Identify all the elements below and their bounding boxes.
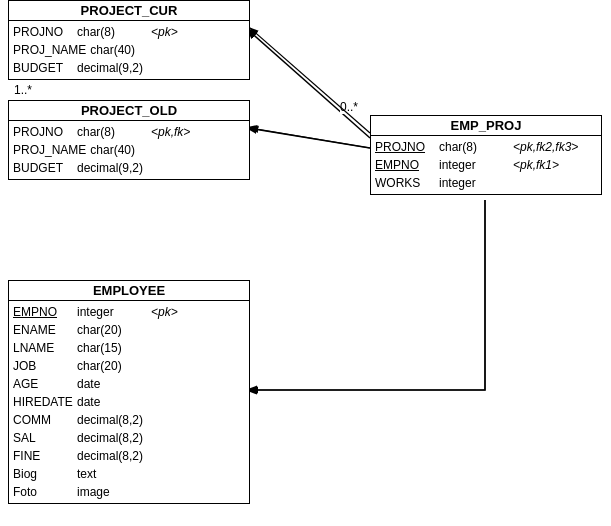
entity-project-old-title: PROJECT_OLD: [9, 101, 249, 121]
entity-emp-proj-body: PROJNO char(8) <pk,fk2,fk3> EMPNO intege…: [371, 136, 601, 194]
table-row: BUDGET decimal(9,2): [13, 159, 245, 177]
table-row: PROJNO char(8) <pk,fk>: [13, 123, 245, 141]
entity-project-cur-title: PROJECT_CUR: [9, 1, 249, 21]
table-row: SAL decimal(8,2): [13, 429, 245, 447]
entity-emp-proj-title: EMP_PROJ: [371, 116, 601, 136]
table-row: EMPNO integer <pk>: [13, 303, 245, 321]
entity-project-old: PROJECT_OLD PROJNO char(8) <pk,fk> PROJ_…: [8, 100, 250, 180]
table-row: PROJNO char(8) <pk>: [13, 23, 245, 41]
entity-emp-proj: EMP_PROJ PROJNO char(8) <pk,fk2,fk3> EMP…: [370, 115, 602, 195]
entity-project-cur-body: PROJNO char(8) <pk> PROJ_NAME char(40) B…: [9, 21, 249, 79]
entity-employee-body: EMPNO integer <pk> ENAME char(20) LNAME …: [9, 301, 249, 503]
table-row: WORKS integer: [375, 174, 597, 192]
label-one-to-many: 1..*: [14, 83, 32, 97]
table-row: Biog text: [13, 465, 245, 483]
label-zero-to-many: 0..*: [340, 100, 358, 114]
table-row: Foto image: [13, 483, 245, 501]
entity-project-cur: PROJECT_CUR PROJNO char(8) <pk> PROJ_NAM…: [8, 0, 250, 80]
table-row: EMPNO integer <pk,fk1>: [375, 156, 597, 174]
table-row: AGE date: [13, 375, 245, 393]
table-row: HIREDATE date: [13, 393, 245, 411]
table-row: LNAME char(15): [13, 339, 245, 357]
table-row: PROJ_NAME char(40): [13, 41, 245, 59]
table-row: FINE decimal(8,2): [13, 447, 245, 465]
svg-line-1: [248, 128, 370, 148]
svg-line-3: [250, 128, 370, 148]
table-row: JOB char(20): [13, 357, 245, 375]
svg-line-2: [250, 28, 370, 133]
table-row: ENAME char(20): [13, 321, 245, 339]
table-row: COMM decimal(8,2): [13, 411, 245, 429]
diagram-canvas: 1..* 0..* PROJECT_CUR PROJNO char(8) <pk…: [0, 0, 611, 526]
entity-employee: EMPLOYEE EMPNO integer <pk> ENAME char(2…: [8, 280, 250, 504]
table-row: PROJ_NAME char(40): [13, 141, 245, 159]
table-row: BUDGET decimal(9,2): [13, 59, 245, 77]
entity-project-old-body: PROJNO char(8) <pk,fk> PROJ_NAME char(40…: [9, 121, 249, 179]
entity-employee-title: EMPLOYEE: [9, 281, 249, 301]
table-row: PROJNO char(8) <pk,fk2,fk3>: [375, 138, 597, 156]
svg-line-0: [248, 30, 370, 138]
